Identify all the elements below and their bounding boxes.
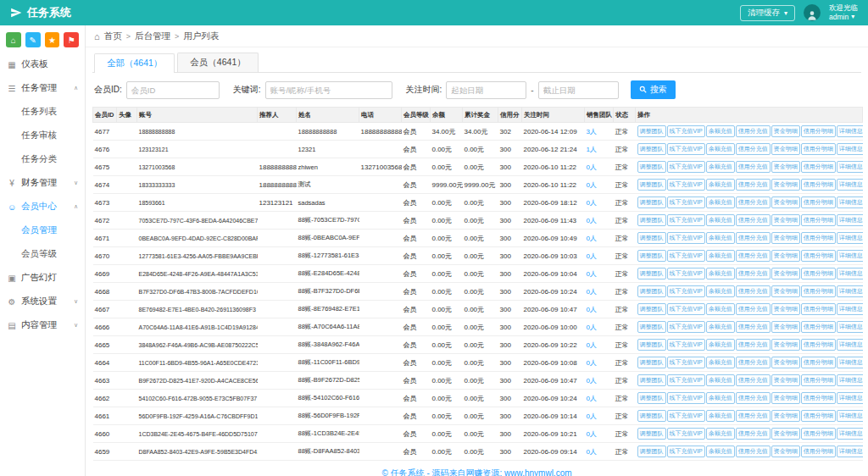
sales-team-link[interactable]: 0人 xyxy=(587,288,597,296)
action-offline-recharge-vip-button[interactable]: 线下充值VIP xyxy=(667,428,705,440)
tab-all[interactable]: 全部（4641） xyxy=(94,53,175,73)
user-menu[interactable]: 欢迎光临 admin ▾ xyxy=(829,3,858,21)
action-fund-details-button[interactable]: 资金明细 xyxy=(771,410,800,422)
action-credit-recharge-button[interactable]: 信用分充值 xyxy=(736,179,771,191)
sales-team-link[interactable]: 0人 xyxy=(587,412,597,420)
action-balance-recharge-button[interactable]: 余额充值 xyxy=(706,250,735,262)
action-fund-details-button[interactable]: 资金明细 xyxy=(771,232,800,244)
action-detail-info-button[interactable]: 详细信息 xyxy=(837,428,863,440)
sales-team-link[interactable]: 0人 xyxy=(587,341,597,349)
sales-team-link[interactable]: 0人 xyxy=(587,199,597,207)
action-fund-details-button[interactable]: 资金明细 xyxy=(771,392,800,404)
sales-team-link[interactable]: 0人 xyxy=(587,163,597,171)
action-balance-recharge-button[interactable]: 余额充值 xyxy=(706,428,735,440)
action-credit-recharge-button[interactable]: 信用分充值 xyxy=(736,374,771,386)
action-fund-details-button[interactable]: 资金明细 xyxy=(771,303,800,315)
action-credit-details-button[interactable]: 信用分明细 xyxy=(801,214,836,226)
sales-team-link[interactable]: 0人 xyxy=(587,430,597,438)
action-detail-info-button[interactable]: 详细信息 xyxy=(837,303,863,315)
action-fund-details-button[interactable]: 资金明细 xyxy=(771,285,800,297)
action-adjust-team-button[interactable]: 调整团队 xyxy=(637,179,666,191)
action-adjust-team-button[interactable]: 调整团队 xyxy=(637,303,666,315)
action-credit-details-button[interactable]: 信用分明细 xyxy=(801,125,836,137)
breadcrumb-item[interactable]: 后台管理 xyxy=(135,30,170,42)
sidebar-subitem-member-management[interactable]: 会员管理 xyxy=(0,219,85,242)
action-detail-info-button[interactable]: 详细信息 xyxy=(837,339,863,351)
action-detail-info-button[interactable]: 详细信息 xyxy=(837,161,863,173)
action-fund-details-button[interactable]: 资金明细 xyxy=(771,446,800,457)
action-fund-details-button[interactable]: 资金明细 xyxy=(771,143,800,155)
end-date-input[interactable] xyxy=(538,81,619,99)
action-credit-details-button[interactable]: 信用分明细 xyxy=(801,428,836,440)
action-credit-recharge-button[interactable]: 信用分充值 xyxy=(736,446,771,457)
action-adjust-team-button[interactable]: 调整团队 xyxy=(637,410,666,422)
avatar[interactable] xyxy=(804,4,821,21)
action-credit-recharge-button[interactable]: 信用分充值 xyxy=(736,161,771,173)
sidebar-item-system-settings[interactable]: ⚙系统设置∨ xyxy=(0,290,85,313)
action-offline-recharge-vip-button[interactable]: 线下充值VIP xyxy=(667,179,705,191)
action-credit-recharge-button[interactable]: 信用分充值 xyxy=(736,196,771,208)
keyword-input[interactable] xyxy=(265,81,392,99)
action-credit-details-button[interactable]: 信用分明细 xyxy=(801,232,836,244)
sales-team-link[interactable]: 1人 xyxy=(587,146,597,153)
action-offline-recharge-vip-button[interactable]: 线下充值VIP xyxy=(667,357,705,368)
sales-team-link[interactable]: 0人 xyxy=(587,270,597,278)
sales-team-link[interactable]: 0人 xyxy=(587,395,597,402)
sidebar-item-dashboard[interactable]: ▦仪表板 xyxy=(0,53,85,76)
action-credit-details-button[interactable]: 信用分明细 xyxy=(801,285,836,297)
action-adjust-team-button[interactable]: 调整团队 xyxy=(637,196,666,208)
action-offline-recharge-vip-button[interactable]: 线下充值VIP xyxy=(667,303,705,315)
action-fund-details-button[interactable]: 资金明细 xyxy=(771,161,800,173)
action-fund-details-button[interactable]: 资金明细 xyxy=(771,268,800,280)
action-credit-details-button[interactable]: 信用分明细 xyxy=(801,374,836,386)
action-adjust-team-button[interactable]: 调整团队 xyxy=(637,357,666,368)
breadcrumb-item[interactable]: 用户列表 xyxy=(183,30,219,42)
action-adjust-team-button[interactable]: 调整团队 xyxy=(637,321,666,333)
action-detail-info-button[interactable]: 详细信息 xyxy=(837,285,863,297)
action-detail-info-button[interactable]: 详细信息 xyxy=(837,268,863,280)
action-offline-recharge-vip-button[interactable]: 线下充值VIP xyxy=(667,285,705,297)
action-fund-details-button[interactable]: 资金明细 xyxy=(771,428,800,440)
action-offline-recharge-vip-button[interactable]: 线下充值VIP xyxy=(667,339,705,351)
action-offline-recharge-vip-button[interactable]: 线下充值VIP xyxy=(667,374,705,386)
action-balance-recharge-button[interactable]: 余额充值 xyxy=(706,179,735,191)
action-fund-details-button[interactable]: 资金明细 xyxy=(771,250,800,262)
action-balance-recharge-button[interactable]: 余额充值 xyxy=(706,410,735,422)
action-detail-info-button[interactable]: 详细信息 xyxy=(837,125,863,137)
action-offline-recharge-vip-button[interactable]: 线下充值VIP xyxy=(667,196,705,208)
action-credit-details-button[interactable]: 信用分明细 xyxy=(801,179,836,191)
action-offline-recharge-vip-button[interactable]: 线下充值VIP xyxy=(667,232,705,244)
action-balance-recharge-button[interactable]: 余额充值 xyxy=(706,285,735,297)
action-adjust-team-button[interactable]: 调整团队 xyxy=(637,268,666,280)
clear-cache-button[interactable]: 清理缓存 ▾ xyxy=(740,5,795,21)
action-credit-recharge-button[interactable]: 信用分充值 xyxy=(736,303,771,315)
action-detail-info-button[interactable]: 详细信息 xyxy=(837,357,863,368)
action-credit-recharge-button[interactable]: 信用分充值 xyxy=(736,232,771,244)
sidebar-item-ad-slides[interactable]: ▣广告幻灯 xyxy=(0,266,85,290)
action-detail-info-button[interactable]: 详细信息 xyxy=(837,446,863,457)
footer-link[interactable]: www.hnymwl.com xyxy=(504,468,571,476)
star-icon[interactable]: ★ xyxy=(45,32,60,47)
sales-team-link[interactable]: 0人 xyxy=(587,217,597,224)
action-balance-recharge-button[interactable]: 余额充值 xyxy=(706,374,735,386)
sales-team-link[interactable]: 0人 xyxy=(587,252,597,260)
search-button[interactable]: 搜索 xyxy=(631,80,676,99)
action-fund-details-button[interactable]: 资金明细 xyxy=(771,179,800,191)
sales-team-link[interactable]: 3人 xyxy=(587,128,597,136)
action-detail-info-button[interactable]: 详细信息 xyxy=(837,410,863,422)
action-fund-details-button[interactable]: 资金明细 xyxy=(771,125,800,137)
action-offline-recharge-vip-button[interactable]: 线下充值VIP xyxy=(667,392,705,404)
action-balance-recharge-button[interactable]: 余额充值 xyxy=(706,125,735,137)
action-adjust-team-button[interactable]: 调整团队 xyxy=(637,143,666,155)
action-adjust-team-button[interactable]: 调整团队 xyxy=(637,446,666,457)
action-balance-recharge-button[interactable]: 余额充值 xyxy=(706,357,735,368)
sidebar-subitem-task-list[interactable]: 任务列表 xyxy=(0,100,85,124)
sidebar-item-member-center[interactable]: ☺会员中心∧ xyxy=(0,195,85,219)
sidebar-item-content-management[interactable]: ▤内容管理∨ xyxy=(0,313,85,337)
action-credit-recharge-button[interactable]: 信用分充值 xyxy=(736,392,771,404)
action-offline-recharge-vip-button[interactable]: 线下充值VIP xyxy=(667,321,705,333)
action-fund-details-button[interactable]: 资金明细 xyxy=(771,357,800,368)
sales-team-link[interactable]: 0人 xyxy=(587,324,597,331)
action-detail-info-button[interactable]: 详细信息 xyxy=(837,214,863,226)
action-credit-details-button[interactable]: 信用分明细 xyxy=(801,410,836,422)
